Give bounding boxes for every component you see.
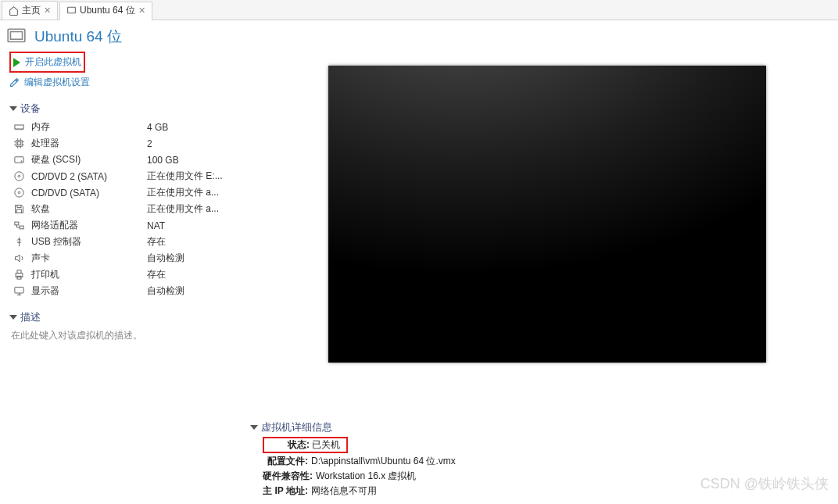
- device-value: 正在使用文件 a...: [147, 202, 219, 216]
- power-on-button[interactable]: 开启此虚拟机: [13, 54, 81, 70]
- svg-rect-16: [16, 273, 23, 277]
- tab-bar: 主页 ✕ Ubuntu 64 位 ✕: [0, 0, 838, 20]
- vm-details-section: 虚拟机详细信息 状态: 已关机 配置文件: D:\appinstall\vm\U…: [250, 420, 797, 499]
- page-title: Ubuntu 64 位: [34, 27, 122, 47]
- vm-preview[interactable]: [328, 66, 766, 363]
- svg-rect-5: [17, 142, 20, 145]
- tab-vm-label: Ubuntu 64 位: [80, 4, 135, 17]
- sound-icon: [13, 252, 25, 265]
- device-row[interactable]: CD/DVD 2 (SATA)正在使用文件 E:...: [13, 168, 266, 184]
- device-row[interactable]: 声卡自动检测: [13, 250, 266, 266]
- vm-details-header[interactable]: 虚拟机详细信息: [250, 420, 797, 434]
- vm-tab-icon: [66, 5, 77, 16]
- device-value: 存在: [147, 268, 166, 281]
- devices-title: 设备: [20, 102, 41, 116]
- svg-rect-3: [14, 125, 23, 129]
- description-header[interactable]: 描述: [9, 310, 266, 324]
- edit-settings-label: 编辑虚拟机设置: [24, 76, 90, 89]
- device-row[interactable]: 软盘正在使用文件 a...: [13, 201, 266, 217]
- svg-point-10: [14, 188, 23, 197]
- svg-rect-14: [14, 222, 18, 225]
- ip-label: 主 IP 地址:: [263, 484, 308, 498]
- device-value: 2: [147, 138, 152, 149]
- left-panel: 开启此虚拟机 编辑虚拟机设置 设备 内存4 GB处理器2硬盘 (SCSI)100…: [0, 50, 266, 363]
- device-row[interactable]: 显示器自动检测: [13, 283, 266, 299]
- network-icon: [13, 220, 25, 232]
- device-value: 正在使用文件 a...: [147, 186, 219, 199]
- svg-rect-2: [10, 32, 22, 40]
- disk-icon: [13, 154, 25, 166]
- device-row[interactable]: USB 控制器存在: [13, 234, 266, 250]
- power-on-label: 开启此虚拟机: [25, 55, 81, 69]
- device-row[interactable]: 网络适配器NAT: [13, 217, 266, 234]
- close-icon[interactable]: ✕: [44, 5, 51, 16]
- svg-rect-18: [17, 276, 21, 279]
- device-row[interactable]: 打印机存在: [13, 266, 266, 283]
- device-label: CD/DVD (SATA): [31, 188, 141, 198]
- svg-point-11: [18, 191, 20, 194]
- edit-settings-button[interactable]: 编辑虚拟机设置: [9, 74, 266, 91]
- device-row[interactable]: 硬盘 (SCSI)100 GB: [13, 152, 266, 168]
- usb-icon: [13, 236, 25, 248]
- tab-home-label: 主页: [22, 4, 41, 17]
- device-row[interactable]: CD/DVD (SATA)正在使用文件 a...: [13, 184, 266, 201]
- device-value: 自动检测: [147, 284, 184, 298]
- preview-gloss: [328, 66, 766, 300]
- device-label: 软盘: [31, 202, 141, 216]
- svg-point-7: [21, 161, 22, 162]
- device-row[interactable]: 内存4 GB: [13, 119, 266, 135]
- device-label: 网络适配器: [31, 219, 141, 232]
- device-row[interactable]: 处理器2: [13, 135, 266, 152]
- svg-rect-4: [16, 141, 22, 147]
- memory-icon: [13, 121, 25, 134]
- home-icon: [9, 5, 19, 16]
- chevron-down-icon: [9, 315, 17, 320]
- highlight-power-on: 开启此虚拟机: [9, 52, 85, 73]
- device-value: 自动检测: [147, 252, 184, 265]
- device-value: 正在使用文件 E:...: [147, 170, 223, 183]
- state-value: 已关机: [312, 438, 340, 452]
- highlight-state: 状态: 已关机: [263, 437, 348, 453]
- device-label: 打印机: [31, 268, 141, 281]
- devices-header[interactable]: 设备: [9, 102, 266, 116]
- compat-value: Workstation 16.x 虚拟机: [316, 470, 416, 483]
- device-value: 4 GB: [147, 122, 168, 133]
- cd-icon: [13, 187, 25, 199]
- printer-icon: [13, 269, 25, 281]
- svg-point-9: [18, 175, 20, 177]
- device-label: 显示器: [31, 284, 141, 298]
- svg-rect-12: [17, 206, 21, 208]
- floppy-icon: [13, 203, 25, 216]
- device-list: 内存4 GB处理器2硬盘 (SCSI)100 GBCD/DVD 2 (SATA)…: [13, 119, 266, 299]
- right-panel: [266, 50, 838, 363]
- device-value: NAT: [147, 220, 165, 231]
- edit-icon: [9, 77, 20, 88]
- device-label: 内存: [31, 120, 141, 134]
- config-label: 配置文件:: [263, 455, 308, 468]
- config-value: D:\appinstall\vm\Ubuntu 64 位.vmx: [311, 455, 456, 468]
- description-section: 描述 在此处键入对该虚拟机的描述。: [9, 310, 266, 342]
- ip-value: 网络信息不可用: [311, 484, 377, 498]
- display-icon: [13, 285, 25, 298]
- title-row: Ubuntu 64 位: [0, 20, 838, 50]
- close-icon[interactable]: ✕: [138, 5, 145, 16]
- device-value: 100 GB: [147, 155, 179, 166]
- svg-rect-17: [17, 270, 21, 273]
- device-label: CD/DVD 2 (SATA): [31, 171, 141, 182]
- device-value: 存在: [147, 235, 166, 248]
- compat-label: 硬件兼容性:: [263, 470, 313, 483]
- device-label: 声卡: [31, 252, 141, 265]
- tab-home[interactable]: 主页 ✕: [2, 1, 58, 20]
- device-label: USB 控制器: [31, 235, 141, 248]
- state-label: 状态:: [264, 438, 310, 452]
- svg-rect-0: [68, 7, 76, 13]
- tab-vm[interactable]: Ubuntu 64 位 ✕: [59, 2, 152, 20]
- play-icon: [13, 58, 20, 67]
- description-input[interactable]: 在此处键入对该虚拟机的描述。: [11, 329, 266, 342]
- svg-rect-13: [16, 209, 21, 213]
- vm-icon: [6, 27, 27, 47]
- devices-section: 设备 内存4 GB处理器2硬盘 (SCSI)100 GBCD/DVD 2 (SA…: [9, 102, 266, 299]
- cd-icon: [13, 170, 25, 183]
- device-label: 硬盘 (SCSI): [31, 153, 141, 166]
- svg-point-8: [14, 172, 23, 181]
